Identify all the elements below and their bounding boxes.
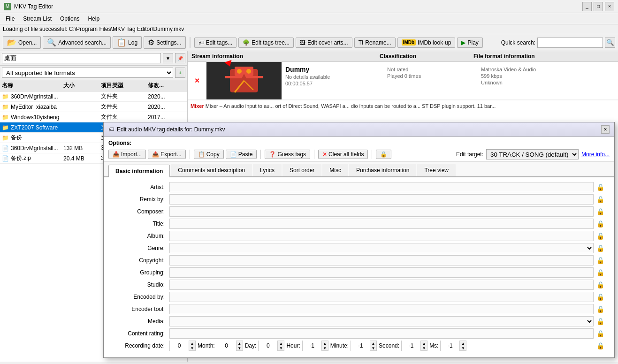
- close-button[interactable]: ×: [605, 2, 614, 11]
- input-copyright[interactable]: [169, 255, 594, 265]
- input-remix[interactable]: [169, 194, 594, 205]
- input-album[interactable]: [169, 231, 594, 241]
- date-up-4[interactable]: ▲: [370, 341, 376, 346]
- window-controls[interactable]: _ □ ×: [582, 2, 614, 11]
- log-icon: 📋: [117, 38, 126, 47]
- menu-help[interactable]: Help: [84, 15, 103, 23]
- fb-filter-select[interactable]: All supported file formats: [2, 68, 173, 78]
- date-down-0[interactable]: ▼: [189, 346, 195, 350]
- paste-button[interactable]: 📄 Paste: [226, 150, 257, 159]
- lock-encoded-by[interactable]: 🔒: [595, 292, 605, 302]
- form-row-remix: Remix by:🔒: [113, 194, 605, 205]
- lock-content-rating[interactable]: 🔒: [595, 329, 605, 338]
- minimize-button[interactable]: _: [582, 2, 592, 11]
- imdb-button[interactable]: IMDb IMDb look-up: [397, 38, 456, 48]
- date-input-4[interactable]: [351, 341, 370, 351]
- play-button[interactable]: ▶ Play: [457, 38, 482, 48]
- date-up-5[interactable]: ▲: [420, 341, 427, 346]
- search-input[interactable]: [537, 38, 603, 48]
- fb-add-button[interactable]: +: [175, 68, 185, 78]
- edit-tags-tree-button[interactable]: 🌳 Edit tags tree...: [238, 38, 294, 48]
- lock-studio[interactable]: 🔒: [595, 280, 605, 289]
- dialog-close-button[interactable]: ×: [601, 125, 610, 134]
- tab-misc[interactable]: Misc: [322, 164, 348, 176]
- clear-icon: ✕: [322, 151, 327, 158]
- tab-purchase[interactable]: Purchase information: [349, 164, 416, 176]
- menu-stream-list[interactable]: Stream List: [19, 15, 55, 23]
- date-down-6[interactable]: ▼: [459, 346, 466, 350]
- input-encoded-by[interactable]: [169, 292, 594, 302]
- lock-media[interactable]: 🔒: [595, 317, 605, 326]
- lock-copyright[interactable]: 🔒: [595, 256, 605, 265]
- lock-grouping[interactable]: 🔒: [595, 268, 605, 277]
- tab-lyrics[interactable]: Lyrics: [253, 164, 282, 176]
- input-content-rating[interactable]: [169, 328, 594, 339]
- date-up-2[interactable]: ▲: [277, 341, 284, 346]
- clear-button[interactable]: ✕ Clear all fields: [318, 150, 368, 159]
- date-input-5[interactable]: [402, 341, 420, 351]
- date-up-0[interactable]: ▲: [189, 341, 195, 346]
- menu-options[interactable]: Options: [56, 15, 83, 23]
- input-genre[interactable]: [169, 243, 594, 253]
- lock-recording-date[interactable]: 🔒: [595, 341, 605, 350]
- tab-comments[interactable]: Comments and description: [171, 164, 252, 176]
- fb-row[interactable]: 📁 Windows10yisheng 文件夹 2017...: [0, 112, 187, 122]
- date-down-5[interactable]: ▼: [420, 346, 427, 350]
- lock-genre[interactable]: 🔒: [595, 243, 605, 253]
- fb-path-input[interactable]: [2, 53, 161, 63]
- search-go-button[interactable]: 🔍: [605, 38, 615, 48]
- tab-basic[interactable]: Basic information: [108, 165, 170, 177]
- stream-content: Dummy No details available 00:00:05.57: [206, 62, 383, 99]
- lock-title[interactable]: 🔒: [595, 219, 605, 228]
- input-media[interactable]: [169, 316, 594, 326]
- lock-remix[interactable]: 🔒: [595, 195, 605, 204]
- input-grouping[interactable]: [169, 267, 594, 278]
- fb-path-dropdown[interactable]: ▼: [163, 53, 173, 63]
- edit-tags-button[interactable]: 🏷 Edit tags...: [194, 38, 237, 48]
- date-input-1[interactable]: [217, 341, 236, 351]
- date-input-3[interactable]: [303, 341, 321, 351]
- date-spinner-3: ▲▼: [302, 341, 328, 351]
- stream-close-button[interactable]: ✕: [188, 62, 206, 99]
- log-button[interactable]: 📋 Log: [113, 36, 142, 49]
- input-studio[interactable]: [169, 280, 594, 290]
- input-title[interactable]: [169, 219, 594, 229]
- import-button[interactable]: 📥 Import...: [108, 150, 146, 159]
- lock-encoder-tool[interactable]: 🔒: [595, 304, 605, 314]
- input-composer[interactable]: [169, 206, 594, 217]
- lock-artist[interactable]: 🔒: [595, 182, 605, 192]
- date-down-2[interactable]: ▼: [277, 346, 284, 350]
- advanced-search-button[interactable]: 🔍 Advanced search...: [43, 36, 111, 49]
- lock-composer[interactable]: 🔒: [595, 207, 605, 216]
- edit-target-group: Edit target: 30 TRACK / SONG (default)50…: [456, 149, 610, 159]
- tab-sort[interactable]: Sort order: [282, 164, 321, 176]
- date-down-1[interactable]: ▼: [236, 346, 243, 350]
- copy-button[interactable]: 📋 Copy: [194, 150, 224, 159]
- date-input-0[interactable]: [170, 341, 189, 351]
- date-up-3[interactable]: ▲: [321, 341, 328, 346]
- maximize-button[interactable]: □: [594, 2, 603, 11]
- fb-row[interactable]: 📁 MyEditor_xiazaiba 文件夹 2020...: [0, 102, 187, 112]
- date-down-3[interactable]: ▼: [321, 346, 328, 350]
- edit-target-select[interactable]: 30 TRACK / SONG (default)50 ALBUM / COLL…: [486, 149, 579, 159]
- menu-file[interactable]: File: [2, 15, 18, 23]
- lock-button[interactable]: 🔒: [376, 150, 391, 159]
- edit-cover-button[interactable]: 🖼 Edit cover arts...: [296, 38, 352, 48]
- guess-tags-button[interactable]: ❓ Guess tags: [265, 150, 310, 159]
- tab-tree[interactable]: Tree view: [417, 164, 456, 176]
- date-up-6[interactable]: ▲: [459, 341, 466, 346]
- export-button[interactable]: 📤 Export...: [148, 150, 186, 159]
- fb-row[interactable]: 📁 360DrvMgrInstall... 文件夹 2020...: [0, 91, 187, 102]
- open-button[interactable]: 📂 Open...: [3, 36, 41, 49]
- input-encoder-tool[interactable]: [169, 304, 594, 314]
- more-info-link[interactable]: More info...: [581, 151, 610, 158]
- rename-button[interactable]: TI Rename...: [354, 38, 396, 48]
- lock-album[interactable]: 🔒: [595, 231, 605, 241]
- fb-pin-button[interactable]: 📌: [175, 53, 185, 63]
- settings-button[interactable]: ⚙ Settings...: [144, 36, 185, 49]
- date-up-1[interactable]: ▲: [236, 341, 243, 346]
- input-artist[interactable]: [169, 182, 594, 192]
- date-input-2[interactable]: [259, 341, 277, 351]
- date-down-4[interactable]: ▼: [370, 346, 376, 350]
- date-input-6[interactable]: [441, 341, 459, 351]
